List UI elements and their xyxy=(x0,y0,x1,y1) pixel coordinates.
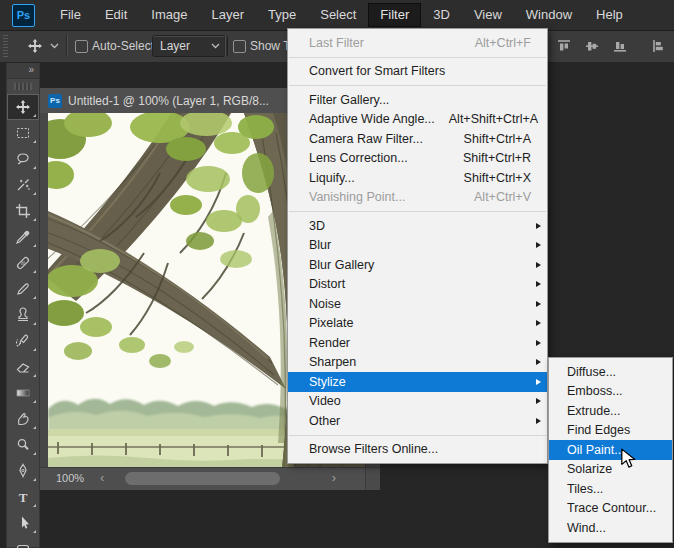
menubar-item-help[interactable]: Help xyxy=(584,3,635,27)
menu-item-video[interactable]: Video xyxy=(288,392,547,412)
tool-type[interactable]: T xyxy=(7,484,39,510)
menu-item-adaptive-wide-angle[interactable]: Adaptive Wide Angle...Alt+Shift+Ctrl+A xyxy=(288,110,547,130)
menu-items: FileEditImageLayerTypeSelectFilter3DView… xyxy=(48,3,635,27)
options-grip-handle[interactable] xyxy=(3,35,8,57)
menu-item-label: Render xyxy=(309,336,350,350)
tool-flyout-indicator xyxy=(33,530,36,533)
tool-magic-wand[interactable] xyxy=(7,172,39,198)
menu-item-browse-filters-online[interactable]: Browse Filters Online... xyxy=(288,440,547,460)
menu-item-label: Browse Filters Online... xyxy=(309,442,438,456)
menubar-item-image[interactable]: Image xyxy=(139,3,199,27)
menu-bar: Ps FileEditImageLayerTypeSelectFilter3DV… xyxy=(0,0,674,31)
align-vertical-centers-button[interactable] xyxy=(582,37,602,55)
scroll-right-icon[interactable]: › xyxy=(332,470,336,485)
menu-item-convert-for-smart-filters[interactable]: Convert for Smart Filters xyxy=(288,62,547,82)
menu-item-tiles[interactable]: Tiles... xyxy=(549,479,672,499)
align-bottom-edges-button[interactable] xyxy=(610,37,630,55)
tool-rectangular-marquee[interactable] xyxy=(7,120,39,146)
submenu-arrow-icon xyxy=(536,301,541,307)
menu-item-blur-gallery[interactable]: Blur Gallery xyxy=(288,255,547,275)
menubar-item-view[interactable]: View xyxy=(462,3,514,27)
photoshop-window: Ps FileEditImageLayerTypeSelectFilter3DV… xyxy=(0,0,674,548)
tool-gradient[interactable] xyxy=(7,380,39,406)
tool-pen[interactable] xyxy=(7,458,39,484)
tool-flyout-indicator xyxy=(33,166,36,169)
menu-item-wind[interactable]: Wind... xyxy=(549,518,672,538)
tool-spot-healing-brush[interactable] xyxy=(7,250,39,276)
tool-preset-chevron-icon[interactable] xyxy=(50,43,59,50)
tool-eyedropper[interactable] xyxy=(7,224,39,250)
align-top-edges-button[interactable] xyxy=(554,37,574,55)
submenu-arrow-icon xyxy=(536,340,541,346)
menu-item-label: Filter Gallery... xyxy=(309,93,389,107)
menu-item-render[interactable]: Render xyxy=(288,333,547,353)
menu-item-label: Convert for Smart Filters xyxy=(309,64,445,78)
menu-item-solarize[interactable]: Solarize xyxy=(549,460,672,480)
tool-lasso[interactable] xyxy=(7,146,39,172)
menu-item-label: Extrude... xyxy=(567,404,621,418)
tool-flyout-indicator xyxy=(33,348,36,351)
tool-pencil[interactable] xyxy=(7,276,39,302)
options-separator xyxy=(224,35,225,57)
tool-dodge[interactable] xyxy=(7,432,39,458)
auto-select-checkbox[interactable] xyxy=(75,40,88,53)
menubar-item-window[interactable]: Window xyxy=(514,3,584,27)
menubar-item-file[interactable]: File xyxy=(48,3,93,27)
menubar-item-type[interactable]: Type xyxy=(256,3,308,27)
menu-item-filter-gallery[interactable]: Filter Gallery... xyxy=(288,90,547,110)
menu-item-other[interactable]: Other xyxy=(288,411,547,431)
menu-item-liquify[interactable]: Liquify...Shift+Ctrl+X xyxy=(288,168,547,188)
menu-item-lens-correction[interactable]: Lens Correction...Shift+Ctrl+R xyxy=(288,149,547,169)
tool-smudge[interactable] xyxy=(7,406,39,432)
menubar-item-select[interactable]: Select xyxy=(308,3,368,27)
tool-rounded-rectangle[interactable] xyxy=(7,536,39,548)
photoshop-logo-icon: Ps xyxy=(12,4,35,27)
menubar-item-3d[interactable]: 3D xyxy=(421,3,462,27)
mouse-cursor xyxy=(620,448,638,469)
menu-item-stylize[interactable]: Stylize xyxy=(288,372,547,392)
ps-file-icon: Ps xyxy=(48,94,62,108)
tool-flyout-indicator xyxy=(33,192,36,195)
menu-item-label: Liquify... xyxy=(309,171,355,185)
menubar-item-filter[interactable]: Filter xyxy=(368,3,421,27)
menubar-item-layer[interactable]: Layer xyxy=(200,3,257,27)
toolbar-grip-handle[interactable] xyxy=(14,83,32,90)
menu-item-pixelate[interactable]: Pixelate xyxy=(288,314,547,334)
auto-select-target-dropdown[interactable]: Layer xyxy=(152,35,228,57)
scroll-left-icon[interactable]: ‹ xyxy=(100,470,104,485)
tool-flyout-indicator xyxy=(33,504,36,507)
align-left-edges-button[interactable] xyxy=(648,37,668,55)
menu-item-distort[interactable]: Distort xyxy=(288,275,547,295)
zoom-level[interactable]: 100% xyxy=(56,472,84,484)
menu-item-blur[interactable]: Blur xyxy=(288,236,547,256)
menubar-item-edit[interactable]: Edit xyxy=(93,3,139,27)
toolbar-collapse-button[interactable]: » xyxy=(7,63,39,79)
tool-history-brush[interactable] xyxy=(7,328,39,354)
menu-item-emboss[interactable]: Emboss... xyxy=(549,382,672,402)
menu-item-noise[interactable]: Noise xyxy=(288,294,547,314)
horizontal-scrollbar-thumb[interactable] xyxy=(125,472,280,485)
tool-eraser[interactable] xyxy=(7,354,39,380)
stylize-submenu: Diffuse...Emboss...Extrude...Find EdgesO… xyxy=(548,357,673,543)
menu-item-camera-raw-filter[interactable]: Camera Raw Filter...Shift+Ctrl+A xyxy=(288,129,547,149)
menu-item-find-edges[interactable]: Find Edges xyxy=(549,421,672,441)
show-transform-checkbox[interactable] xyxy=(233,40,246,53)
menu-item-label: Blur xyxy=(309,238,331,252)
submenu-arrow-icon xyxy=(536,418,541,424)
menu-item-sharpen[interactable]: Sharpen xyxy=(288,353,547,373)
menu-item-shortcut: Shift+Ctrl+R xyxy=(449,151,531,165)
menu-item-trace-contour[interactable]: Trace Contour... xyxy=(549,499,672,519)
document-tab[interactable]: Ps Untitled-1 @ 100% (Layer 1, RGB/8... … xyxy=(40,88,309,113)
tool-path-selection[interactable] xyxy=(7,510,39,536)
menu-item-diffuse[interactable]: Diffuse... xyxy=(549,362,672,382)
auto-select-label: Auto-Select: xyxy=(92,39,157,53)
menu-item-3d[interactable]: 3D xyxy=(288,216,547,236)
submenu-arrow-icon xyxy=(536,398,541,404)
tool-move[interactable] xyxy=(7,94,39,120)
tool-clone-stamp[interactable] xyxy=(7,302,39,328)
submenu-arrow-icon xyxy=(536,320,541,326)
menu-item-shortcut: Alt+Ctrl+V xyxy=(460,190,531,204)
tool-crop[interactable] xyxy=(7,198,39,224)
menu-item-extrude[interactable]: Extrude... xyxy=(549,401,672,421)
menu-item-oil-paint[interactable]: Oil Paint... xyxy=(549,440,672,460)
